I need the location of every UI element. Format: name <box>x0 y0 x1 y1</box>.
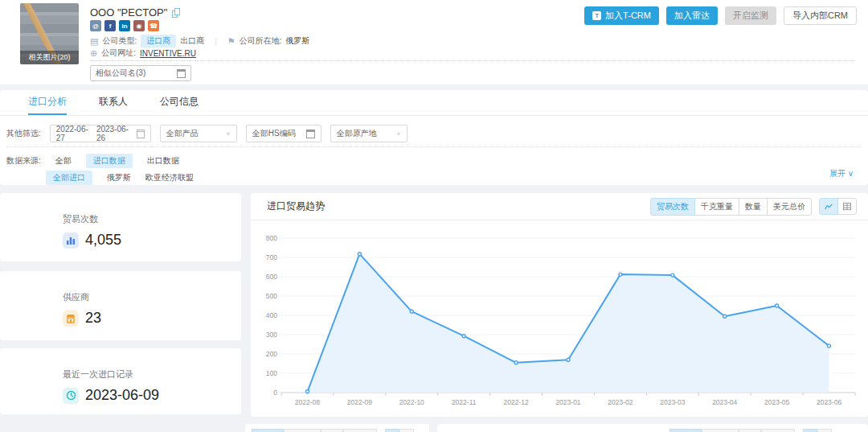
sub-all-import[interactable]: 全部进口 <box>46 171 92 185</box>
clock-icon <box>63 388 79 404</box>
similar-companies-box[interactable]: 相似公司名(3) <box>90 65 191 81</box>
expand-toggle[interactable]: 展开 ∨ <box>829 168 854 179</box>
svg-text:2023-01: 2023-01 <box>555 398 580 406</box>
location-value: 俄罗斯 <box>285 35 309 47</box>
tab-company-info[interactable]: 公司信息 <box>160 90 199 115</box>
exporter-label[interactable]: 出口商 <box>180 35 204 47</box>
metric-button-group: 贸易次数 千克重量 数量 美元总价 <box>651 198 812 216</box>
sub-eaeu[interactable]: 欧亚经济联盟 <box>145 172 194 183</box>
building-icon: ▤ <box>90 37 98 45</box>
linkedin-icon[interactable]: in <box>119 20 130 31</box>
filter-divider <box>6 146 862 147</box>
add-radar-button[interactable]: 加入雷达 <box>666 6 718 25</box>
metric-usd-total-button[interactable]: 美元总价 <box>767 198 812 216</box>
date-start: 2022-06-27 <box>56 125 92 142</box>
svg-text:200: 200 <box>266 350 277 358</box>
analysis-panel: 进口分析 联系人 公司信息 其他筛选: 2022-06-27 2023-06-2… <box>0 90 868 185</box>
origin-select[interactable]: 全部原产地 ∨ <box>330 125 407 142</box>
photo-icon[interactable]: ◉ <box>133 20 145 31</box>
data-source-label: 数据来源: <box>6 155 41 167</box>
start-monitor-button[interactable]: 开启监测 <box>725 6 776 25</box>
data-source-sub-row: 全部进口 俄罗斯 欧亚经济联盟 <box>46 171 194 185</box>
source-all[interactable]: 全部 <box>55 155 72 167</box>
page: 相关图片(20) OOO "PECTOP" @ f in ◉ ☎ ▤ 公司类型:… <box>0 0 868 432</box>
social-links: @ f in ◉ ☎ <box>90 20 159 31</box>
stat-card-trade-count: 贸易次数 4,055 <box>0 193 241 261</box>
metric-kg-weight-button[interactable]: 千克重量 <box>694 198 739 216</box>
header-divider <box>90 60 855 61</box>
company-header: 相关图片(20) OOO "PECTOP" @ f in ◉ ☎ ▤ 公司类型:… <box>0 0 868 84</box>
shop-icon <box>63 311 79 327</box>
tcrm-icon: T <box>592 11 601 20</box>
svg-text:2023-06: 2023-06 <box>817 398 841 406</box>
stat-label: 供应商 <box>63 291 241 303</box>
source-export-data[interactable]: 出口数据 <box>147 155 179 167</box>
header-actions: T 加入T-CRM 加入雷达 开启监测 导入内部CRM <box>584 6 857 25</box>
view-toggle-group <box>820 198 857 215</box>
website-link[interactable]: INVENTIVE.RU <box>140 49 196 58</box>
phone-icon[interactable]: ☎ <box>148 20 159 31</box>
svg-text:300: 300 <box>266 331 277 339</box>
tab-bar: 进口分析 联系人 公司信息 <box>0 90 868 116</box>
date-range-picker[interactable]: 2022-06-27 2023-06-26 <box>50 125 151 142</box>
chevron-down-icon: ∨ <box>226 130 231 136</box>
metric-trade-count-button[interactable]: 贸易次数 <box>650 198 695 216</box>
stat-card-suppliers: 供应商 23 <box>0 271 241 340</box>
sub-russia[interactable]: 俄罗斯 <box>107 172 131 183</box>
facebook-icon[interactable]: f <box>104 20 116 31</box>
stat-label: 最近一次进口记录 <box>63 368 241 381</box>
hs-code-select[interactable]: 全部HS编码 <box>246 125 321 142</box>
window-icon <box>306 130 315 138</box>
stat-card-last-import: 最近一次进口记录 2023-06-09 <box>0 348 241 414</box>
company-website-row: ⊕ 公司网址: INVENTIVE.RU <box>90 47 196 59</box>
date-end: 2023-06-26 <box>96 125 132 142</box>
svg-text:600: 600 <box>266 273 277 281</box>
trend-line-chart: 01002003004005006007008002022-082022-092… <box>259 228 862 413</box>
svg-text:0: 0 <box>273 389 277 397</box>
table-view-icon[interactable] <box>837 198 857 215</box>
line-chart-view-icon[interactable] <box>819 198 838 215</box>
location-icon: ⚑ <box>227 37 235 45</box>
company-name: OOO "PECTOP" <box>90 6 180 19</box>
metric-quantity-button[interactable]: 数量 <box>739 198 768 216</box>
copy-icon[interactable] <box>172 8 180 17</box>
source-import-data[interactable]: 进口数据 <box>86 154 133 168</box>
svg-text:100: 100 <box>266 369 277 377</box>
bar-chart-icon <box>63 232 79 249</box>
tab-import-analysis[interactable]: 进口分析 <box>28 90 67 115</box>
svg-text:2023-02: 2023-02 <box>608 398 633 406</box>
company-photo[interactable]: 相关图片(20) <box>20 3 79 64</box>
importer-tag[interactable]: 进口商 <box>141 35 176 47</box>
svg-text:400: 400 <box>266 311 277 319</box>
stat-label: 贸易次数 <box>63 213 241 225</box>
svg-text:2023-03: 2023-03 <box>660 398 685 406</box>
related-images-label: 相关图片(20) <box>20 51 79 64</box>
partial-card-right <box>437 424 868 432</box>
svg-text:2023-04: 2023-04 <box>712 398 737 406</box>
product-select[interactable]: 全部产品 ∨ <box>160 125 237 142</box>
add-tcrm-button[interactable]: T 加入T-CRM <box>584 6 659 25</box>
filter-label: 其他筛选: <box>6 128 41 139</box>
svg-text:700: 700 <box>266 253 277 261</box>
website-icon[interactable]: @ <box>90 20 101 31</box>
data-source-row: 数据来源: 全部 进口数据 出口数据 <box>6 154 179 168</box>
svg-text:2022-10: 2022-10 <box>399 398 424 406</box>
chart-controls: 贸易次数 千克重量 数量 美元总价 <box>651 198 857 216</box>
stat-value: 23 <box>85 310 101 327</box>
import-trend-card: 进口贸易趋势 贸易次数 千克重量 数量 美元总价 010020 <box>251 193 868 417</box>
svg-text:2022-09: 2022-09 <box>347 398 372 406</box>
chevron-down-icon: ∨ <box>396 130 401 136</box>
company-type-row: ▤ 公司类型: 进口商 出口商 | ⚑ 公司所在地: 俄罗斯 <box>90 35 309 47</box>
import-crm-button[interactable]: 导入内部CRM <box>784 6 857 25</box>
partial-card-left <box>245 424 429 432</box>
tab-contacts[interactable]: 联系人 <box>99 90 128 115</box>
chart-title: 进口贸易趋势 <box>267 200 325 213</box>
svg-text:2023-05: 2023-05 <box>764 398 789 406</box>
globe-icon: ⊕ <box>90 49 97 57</box>
svg-text:2022-08: 2022-08 <box>295 398 320 406</box>
svg-text:500: 500 <box>266 292 277 300</box>
svg-text:2022-12: 2022-12 <box>503 398 528 406</box>
svg-text:2022-11: 2022-11 <box>452 398 477 406</box>
stat-value: 4,055 <box>85 232 121 249</box>
stat-value: 2023-06-09 <box>85 387 159 404</box>
